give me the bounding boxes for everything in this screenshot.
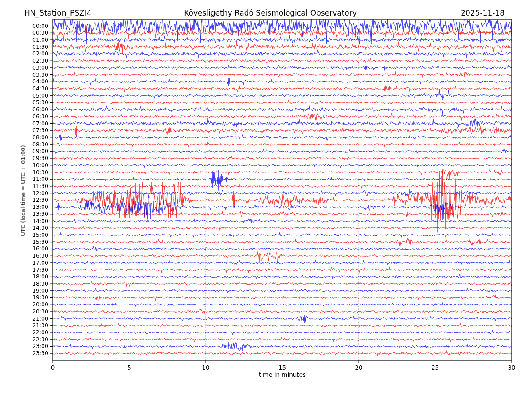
y-tick-label: 18:30 xyxy=(23,281,48,287)
y-tick-label: 13:30 xyxy=(23,211,48,217)
x-tick-label: 15 xyxy=(278,364,286,371)
y-tick-label: 17:00 xyxy=(23,260,48,266)
y-tick-label: 11:30 xyxy=(23,183,48,189)
y-tick-label: 12:30 xyxy=(23,197,48,203)
y-tick-label: 00:30 xyxy=(23,30,48,36)
x-tick-label: 10 xyxy=(202,364,209,371)
y-tick-label: 15:30 xyxy=(23,239,48,245)
y-tick-label: 08:30 xyxy=(23,141,48,148)
y-tick-label: 09:00 xyxy=(23,148,48,154)
y-tick-label: 20:00 xyxy=(23,301,48,308)
y-tick-label: 00:00 xyxy=(23,23,48,29)
seismogram-canvas xyxy=(0,0,532,399)
y-tick-label: 19:00 xyxy=(23,288,48,294)
y-tick-label: 07:00 xyxy=(23,121,48,127)
y-tick-label: 03:30 xyxy=(23,72,48,78)
y-tick-label: 05:00 xyxy=(23,93,48,99)
helicorder-figure: HN_Station_PSZI4 Kövesligethy Radó Seism… xyxy=(0,0,532,399)
y-tick-label: 06:30 xyxy=(23,113,48,120)
x-tick-label: 25 xyxy=(431,364,439,371)
y-tick-label: 21:00 xyxy=(23,316,48,322)
y-tick-label: 16:00 xyxy=(23,246,48,252)
y-tick-label: 01:00 xyxy=(23,37,48,43)
y-tick-label: 09:30 xyxy=(23,155,48,161)
y-tick-label: 17:30 xyxy=(23,267,48,273)
y-tick-label: 02:30 xyxy=(23,58,48,64)
y-tick-label: 20:30 xyxy=(23,309,48,315)
y-tick-label: 23:30 xyxy=(23,350,48,356)
observatory-title: Kövesligethy Radó Seismological Observat… xyxy=(37,8,504,17)
y-tick-label: 03:00 xyxy=(23,65,48,71)
y-tick-label: 23:00 xyxy=(23,343,48,349)
x-tick-label: 0 xyxy=(51,364,55,371)
y-tick-label: 22:30 xyxy=(23,336,48,343)
y-tick-label: 14:00 xyxy=(23,218,48,224)
x-tick-label: 5 xyxy=(127,364,131,371)
y-tick-label: 18:00 xyxy=(23,274,48,280)
y-tick-label: 19:30 xyxy=(23,294,48,301)
y-tick-label: 21:30 xyxy=(23,322,48,329)
y-tick-label: 10:30 xyxy=(23,169,48,176)
y-tick-label: 04:00 xyxy=(23,78,48,85)
y-tick-label: 14:30 xyxy=(23,225,48,231)
y-tick-label: 06:00 xyxy=(23,106,48,113)
y-tick-label: 07:30 xyxy=(23,127,48,133)
x-tick-label: 30 xyxy=(508,364,515,371)
y-tick-label: 02:00 xyxy=(23,51,48,57)
y-tick-label: 13:00 xyxy=(23,204,48,210)
y-tick-label: 11:00 xyxy=(23,176,48,182)
y-tick-label: 12:00 xyxy=(23,190,48,196)
y-tick-label: 15:00 xyxy=(23,232,48,238)
y-tick-label: 05:30 xyxy=(23,99,48,106)
y-tick-label: 22:00 xyxy=(23,329,48,336)
y-tick-label: 08:00 xyxy=(23,134,48,141)
x-axis-label: time in minutes xyxy=(53,371,512,378)
y-tick-label: 04:30 xyxy=(23,86,48,92)
y-tick-label: 01:30 xyxy=(23,44,48,50)
x-tick-label: 20 xyxy=(355,364,362,371)
y-tick-label: 10:00 xyxy=(23,162,48,168)
y-tick-label: 16:30 xyxy=(23,253,48,259)
date-label: 2025-11-18 xyxy=(461,8,505,17)
